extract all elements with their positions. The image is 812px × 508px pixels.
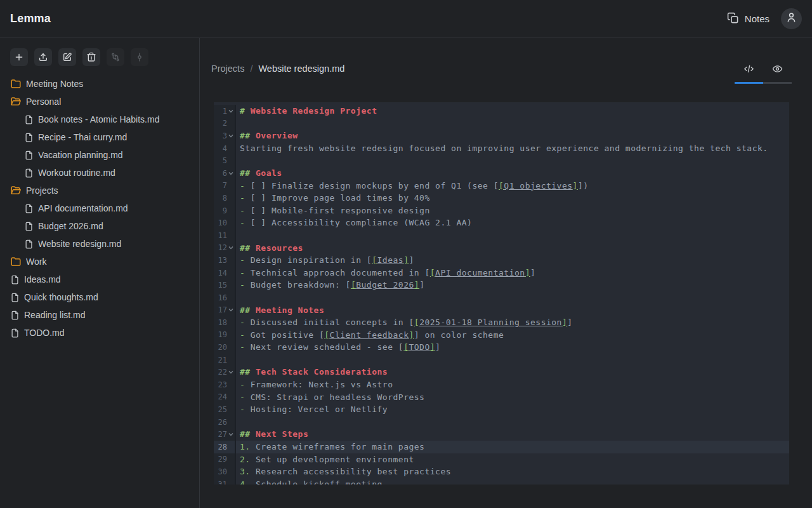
wikilink[interactable]: Q1 objectives <box>504 181 572 190</box>
sidebar-file-vacation-planning-md[interactable]: Vacation planning.md <box>0 146 199 164</box>
fold-chevron-icon[interactable] <box>227 133 235 138</box>
sidebar-file-todo-md[interactable]: TODO.md <box>0 324 199 342</box>
breadcrumb-parent[interactable]: Projects <box>211 64 244 74</box>
sidebar-folder-work[interactable]: Work <box>0 253 199 271</box>
editor-code-line[interactable]: - Discussed initial concepts in [[2025-0… <box>236 316 789 329</box>
editor-code-line[interactable]: ## Resources <box>236 242 789 255</box>
editor-line[interactable]: 19- Got positive [[Client feedback]] on … <box>214 329 789 342</box>
editor-line[interactable]: 8- [ ] Improve page load times by 40% <box>214 192 789 204</box>
editor-code-line[interactable]: - [ ] Accessibility compliance (WCAG 2.1… <box>236 217 789 229</box>
editor-line[interactable]: 2 <box>214 117 789 130</box>
new-note-button[interactable] <box>10 48 28 66</box>
git-compare-button[interactable] <box>107 48 124 66</box>
fold-chevron-icon[interactable] <box>227 370 235 375</box>
sidebar-file-budget-2026-md[interactable]: Budget 2026.md <box>0 217 199 235</box>
editor-line[interactable]: 25- Hosting: Vercel or Netlify <box>214 403 789 416</box>
editor-code-line[interactable]: - Got positive [[Client feedback]] on co… <box>236 329 789 342</box>
notes-button[interactable]: Notes <box>727 12 769 26</box>
wikilink[interactable]: Ideas <box>377 255 404 265</box>
sidebar-folder-meeting-notes[interactable]: Meeting Notes <box>0 75 199 93</box>
editor-code-line[interactable]: ## Overview <box>236 130 789 142</box>
tab-code-view[interactable] <box>735 60 763 77</box>
wikilink[interactable]: 2025-01-18 Planning session <box>419 318 562 327</box>
editor-line[interactable]: 314. Schedule kickoff meeting <box>214 478 789 485</box>
code-segment[interactable]: ] <box>409 330 414 340</box>
editor-code-line[interactable] <box>236 154 789 167</box>
editor-line[interactable]: 5 <box>214 154 789 167</box>
tab-preview-view[interactable] <box>763 60 792 77</box>
editor-line[interactable]: 20- Next review scheduled - see [[TODO]] <box>214 341 789 354</box>
editor-line[interactable]: 15- Budget breakdown: [[Budget 2026]] <box>214 279 789 291</box>
fold-chevron-icon[interactable] <box>227 307 235 312</box>
editor-line[interactable]: 16 <box>214 291 789 304</box>
editor-code-line[interactable]: 4. Schedule kickoff meeting <box>236 478 789 485</box>
sidebar-file-quick-thoughts-md[interactable]: Quick thoughts.md <box>0 288 199 306</box>
delete-button[interactable] <box>82 48 100 66</box>
code-segment[interactable]: ] <box>430 342 435 352</box>
code-segment[interactable]: ] <box>573 181 578 190</box>
git-commit-button[interactable] <box>131 48 148 66</box>
editor-code-line[interactable]: - Design inspiration in [[Ideas]] <box>236 254 789 267</box>
sidebar-file-reading-list-md[interactable]: Reading list.md <box>0 306 199 324</box>
editor-code-line[interactable]: # Website Redesign Project <box>236 105 789 117</box>
editor-line[interactable]: 292. Set up development environment <box>214 453 789 466</box>
editor-code-line[interactable]: ## Meeting Notes <box>236 304 789 317</box>
sidebar-file-website-redesign-md[interactable]: Website redesign.md <box>0 235 199 253</box>
code-segment[interactable]: [ <box>324 330 329 340</box>
wikilink[interactable]: TODO <box>409 342 429 352</box>
fold-chevron-icon[interactable] <box>227 171 235 176</box>
editor-code-line[interactable]: - Hosting: Vercel or Netlify <box>236 403 789 416</box>
editor-code-line[interactable]: - [ ] Improve page load times by 40% <box>236 192 789 204</box>
editor-line[interactable]: 6## Goals <box>214 167 789 180</box>
editor-code-line[interactable]: - [ ] Finalize design mockups by end of … <box>236 180 789 192</box>
editor-line[interactable]: 3## Overview <box>214 130 789 142</box>
editor-code-line[interactable]: - Budget breakdown: [[Budget 2026]] <box>236 279 789 291</box>
editor-line[interactable]: 303. Research accessibility best practic… <box>214 465 789 478</box>
editor-line[interactable]: 12## Resources <box>214 242 789 255</box>
editor-line[interactable]: 7- [ ] Finalize design mockups by end of… <box>214 180 789 192</box>
editor-line[interactable]: 18- Discussed initial concepts in [[2025… <box>214 316 789 329</box>
editor-code-line[interactable] <box>236 117 789 130</box>
editor-code-line[interactable]: Starting fresh website redesign focused … <box>236 142 789 155</box>
editor-code-line[interactable]: ## Next Steps <box>236 428 789 441</box>
sidebar-file-api-documentation-md[interactable]: API documentation.md <box>0 199 199 217</box>
editor-code-line[interactable]: 3. Research accessibility best practices <box>236 465 789 478</box>
editor-code-line[interactable]: - Framework: Next.js vs Astro <box>236 378 789 391</box>
editor-line[interactable]: 10- [ ] Accessibility compliance (WCAG 2… <box>214 217 789 229</box>
sidebar-folder-projects[interactable]: Projects <box>0 182 199 199</box>
editor-line[interactable]: 26 <box>214 416 789 429</box>
editor-code-line[interactable] <box>236 416 789 429</box>
editor-line[interactable]: 281. Create wireframes for main pages <box>214 441 789 453</box>
editor-code-line[interactable]: - CMS: Strapi or headless WordPress <box>236 391 789 404</box>
markdown-editor[interactable]: 1# Website Redesign Project23## Overview… <box>214 102 789 485</box>
sidebar-file-recipe-thai-curry-md[interactable]: Recipe - Thai curry.md <box>0 128 199 146</box>
editor-code-line[interactable]: 2. Set up development environment <box>236 453 789 466</box>
code-segment[interactable]: [ <box>372 255 377 265</box>
editor-code-line[interactable]: - Next review scheduled - see [[TODO]] <box>236 341 789 354</box>
editor-code-line[interactable]: - [ ] Mobile-first responsive design <box>236 204 789 217</box>
code-segment[interactable]: [ <box>430 268 435 277</box>
editor-line[interactable]: 22## Tech Stack Considerations <box>214 366 789 378</box>
editor-code-line[interactable]: - Technical approach documented in [[API… <box>236 267 789 279</box>
editor-line[interactable]: 24- CMS: Strapi or headless WordPress <box>214 391 789 404</box>
editor-code-line[interactable]: ## Goals <box>236 167 789 180</box>
editor-code-line[interactable] <box>236 229 789 242</box>
fold-chevron-icon[interactable] <box>227 245 235 250</box>
editor-code-line[interactable] <box>236 354 789 366</box>
editor-line[interactable]: 14- Technical approach documented in [[A… <box>214 267 789 279</box>
editor-line[interactable]: 1# Website Redesign Project <box>214 105 789 117</box>
wikilink[interactable]: Budget 2026 <box>356 280 414 290</box>
fold-chevron-icon[interactable] <box>227 432 235 437</box>
edit-button[interactable] <box>58 48 76 66</box>
wikilink[interactable]: API documentation <box>435 268 525 277</box>
editor-code-line[interactable] <box>236 291 789 304</box>
editor-line[interactable]: 23- Framework: Next.js vs Astro <box>214 378 789 391</box>
upload-button[interactable] <box>34 48 52 66</box>
sidebar-folder-personal[interactable]: Personal <box>0 93 199 110</box>
code-segment[interactable]: [ <box>414 318 419 327</box>
editor-line[interactable]: 17## Meeting Notes <box>214 304 789 317</box>
wikilink[interactable]: Client feedback <box>330 330 409 340</box>
editor-line[interactable]: 4Starting fresh website redesign focused… <box>214 142 789 155</box>
editor-line[interactable]: 21 <box>214 354 789 366</box>
fold-chevron-icon[interactable] <box>227 109 235 114</box>
